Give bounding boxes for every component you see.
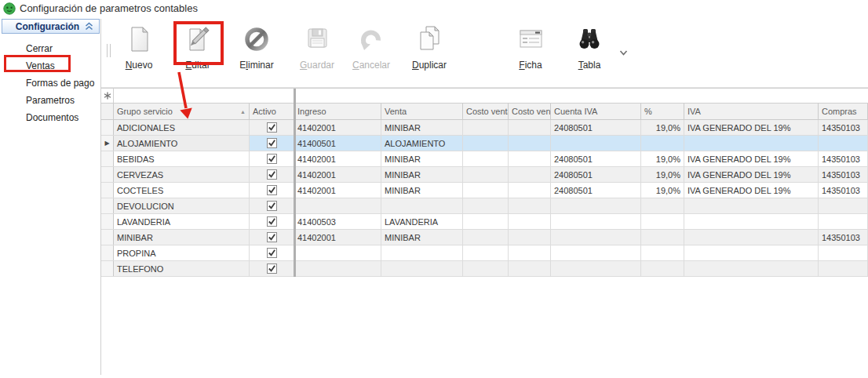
cell-cuenta_iva[interactable]	[551, 198, 641, 213]
cell-compras[interactable]	[819, 198, 868, 213]
activo-checkbox[interactable]	[267, 248, 277, 258]
cell-grupo[interactable]: ADICIONALES	[114, 120, 250, 135]
duplicar-button[interactable]: Duplicar	[403, 24, 455, 85]
tabla-button[interactable]: Tabla	[563, 24, 615, 85]
cell-costo_ven[interactable]	[509, 167, 551, 182]
cell-activo[interactable]	[250, 151, 294, 166]
cell-venta[interactable]	[381, 245, 463, 260]
column-header-cuenta_iva[interactable]: Cuenta IVA	[551, 104, 641, 119]
cell-iva[interactable]: IVA GENERADO DEL 19%	[684, 167, 819, 182]
cell-iva[interactable]	[684, 198, 819, 213]
cell-iva[interactable]: IVA GENERADO DEL 19%	[684, 183, 819, 198]
grid-row-telefono[interactable]: TELEFONO	[101, 261, 868, 277]
cell-venta[interactable]: MINIBAR	[381, 183, 463, 198]
cell-cuenta_iva[interactable]	[551, 261, 641, 276]
cell-costo_ven[interactable]	[509, 245, 551, 260]
cell-compras[interactable]: 14350103	[819, 183, 868, 198]
cell-iva[interactable]	[684, 230, 819, 245]
cell-costo_venta[interactable]	[463, 261, 509, 276]
cell-compras[interactable]: 14350103	[819, 120, 868, 135]
cell-venta[interactable]: LAVANDERIA	[381, 214, 463, 229]
cell-cuenta_iva[interactable]	[551, 230, 641, 245]
cell-compras[interactable]	[819, 214, 868, 229]
cell-compras[interactable]	[819, 245, 868, 260]
cell-cuenta_iva[interactable]: 24080501	[551, 167, 641, 182]
cell-pct[interactable]	[641, 245, 684, 260]
cell-activo[interactable]	[250, 136, 294, 151]
cell-pct[interactable]	[641, 214, 684, 229]
cell-ingreso[interactable]	[294, 198, 381, 213]
cell-activo[interactable]	[250, 198, 294, 213]
sidebar-item-formas-de-pago[interactable]: Formas de pago	[0, 75, 100, 92]
cell-compras[interactable]	[819, 261, 868, 276]
cell-costo_ven[interactable]	[509, 214, 551, 229]
cell-grupo[interactable]: PROPINA	[114, 245, 250, 260]
cell-grupo[interactable]: DEVOLUCION	[114, 198, 250, 213]
cell-costo_ven[interactable]	[509, 198, 551, 213]
activo-checkbox[interactable]	[267, 154, 277, 164]
cell-compras[interactable]: 14350103	[819, 230, 868, 245]
grid-row-lavanderia[interactable]: LAVANDERIA41400503LAVANDERIA	[101, 214, 868, 230]
cell-costo_venta[interactable]	[463, 245, 509, 260]
cell-venta[interactable]	[381, 198, 463, 213]
activo-checkbox[interactable]	[267, 185, 277, 195]
cell-iva[interactable]: IVA GENERADO DEL 19%	[684, 151, 819, 166]
cell-pct[interactable]: 19,0%	[641, 120, 684, 135]
column-header-venta[interactable]: Venta	[381, 104, 463, 119]
cell-costo_ven[interactable]	[509, 120, 551, 135]
cell-pct[interactable]	[641, 230, 684, 245]
activo-checkbox[interactable]	[267, 201, 277, 211]
cell-venta[interactable]: ALOJAMIENTO	[381, 136, 463, 151]
cell-cuenta_iva[interactable]: 24080501	[551, 120, 641, 135]
activo-checkbox[interactable]	[267, 232, 277, 242]
cell-iva[interactable]	[684, 214, 819, 229]
toolbar-gripper[interactable]	[107, 44, 111, 57]
cell-grupo[interactable]: MINIBAR	[114, 230, 250, 245]
cell-ingreso[interactable]: 41402001	[294, 167, 381, 182]
cell-costo_ven[interactable]	[509, 136, 551, 151]
cell-grupo[interactable]: BEBIDAS	[114, 151, 250, 166]
cell-compras[interactable]: 14350103	[819, 167, 868, 182]
column-header-iva[interactable]: IVA	[684, 104, 819, 119]
cell-activo[interactable]	[250, 261, 294, 276]
grid-row-alojamiento[interactable]: ▶ALOJAMIENTO41400501ALOJAMIENTO	[101, 136, 868, 151]
cell-venta[interactable]: MINIBAR	[381, 151, 463, 166]
column-header-ingreso[interactable]: Ingreso	[294, 104, 381, 119]
cell-pct[interactable]	[641, 198, 684, 213]
cell-cuenta_iva[interactable]	[551, 245, 641, 260]
sidebar-item-ventas[interactable]: Ventas	[0, 57, 100, 75]
activo-checkbox[interactable]	[267, 138, 277, 148]
grid-row-bebidas[interactable]: BEBIDAS41402001MINIBAR2408050119,0%IVA G…	[101, 151, 868, 167]
cell-venta[interactable]: MINIBAR	[381, 167, 463, 182]
cell-pct[interactable]	[641, 261, 684, 276]
sidebar-header[interactable]: Configuración	[2, 19, 100, 34]
sidebar-item-parametros[interactable]: Parametros	[0, 92, 100, 109]
cell-activo[interactable]	[250, 167, 294, 182]
cell-costo_ven[interactable]	[509, 183, 551, 198]
cell-iva[interactable]: IVA GENERADO DEL 19%	[684, 120, 819, 135]
cell-ingreso[interactable]: 41400501	[294, 136, 381, 151]
column-header-costo_ven[interactable]: Costo ven	[509, 104, 551, 119]
cell-iva[interactable]	[684, 261, 819, 276]
chevron-down-icon[interactable]	[619, 45, 629, 53]
cell-costo_venta[interactable]	[463, 230, 509, 245]
grid-row-minibar[interactable]: MINIBAR41402001MINIBAR14350103	[101, 230, 868, 245]
cell-ingreso[interactable]: 41402001	[294, 151, 381, 166]
cell-iva[interactable]	[684, 245, 819, 260]
cell-grupo[interactable]: LAVANDERIA	[114, 214, 250, 229]
cell-grupo[interactable]: CERVEZAS	[114, 167, 250, 182]
grid-new-item-row[interactable]	[101, 89, 868, 104]
cell-venta[interactable]: MINIBAR	[381, 120, 463, 135]
ficha-button[interactable]: Ficha	[505, 24, 556, 85]
cell-iva[interactable]	[684, 136, 819, 151]
activo-checkbox[interactable]	[267, 216, 277, 227]
cell-ingreso[interactable]: 41402001	[294, 120, 381, 135]
cell-ingreso[interactable]	[294, 261, 381, 276]
grid-row-adicionales[interactable]: ADICIONALES41402001MINIBAR2408050119,0%I…	[101, 120, 868, 136]
cell-costo_venta[interactable]	[463, 167, 509, 182]
column-header-compras[interactable]: Compras	[819, 104, 868, 119]
cell-activo[interactable]	[250, 230, 294, 245]
cell-venta[interactable]	[381, 261, 463, 276]
cell-costo_venta[interactable]	[463, 183, 509, 198]
nuevo-button[interactable]: Nuevo	[113, 24, 165, 85]
